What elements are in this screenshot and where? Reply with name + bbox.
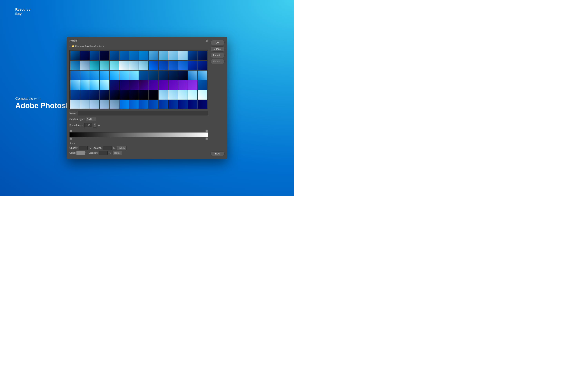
gradient-cell[interactable] <box>139 51 148 60</box>
opacity-delete-btn[interactable]: Delete <box>117 146 126 150</box>
gradient-cell[interactable] <box>139 70 148 80</box>
gradient-cell[interactable] <box>70 70 80 80</box>
color-swatch[interactable] <box>76 151 85 155</box>
gradient-cell[interactable] <box>198 90 207 100</box>
color-stop-left[interactable] <box>70 138 72 140</box>
gradient-cell[interactable] <box>90 100 99 109</box>
gradient-cell[interactable] <box>188 80 197 90</box>
new-button[interactable]: New <box>210 152 224 156</box>
gradient-cell[interactable] <box>168 100 178 109</box>
gradient-cell[interactable] <box>119 80 129 90</box>
gradient-cell[interactable] <box>110 90 119 100</box>
gradient-cell[interactable] <box>119 90 129 100</box>
gradient-cell[interactable] <box>129 100 138 109</box>
gradient-cell[interactable] <box>110 61 119 70</box>
gradient-cell[interactable] <box>198 80 207 90</box>
gradient-cell[interactable] <box>168 51 178 60</box>
gradient-cell[interactable] <box>149 80 158 90</box>
gradient-bar[interactable] <box>70 132 208 137</box>
gradient-cell[interactable] <box>149 70 158 80</box>
gradient-cell[interactable] <box>188 61 197 70</box>
name-input[interactable] <box>78 111 208 116</box>
gradient-cell[interactable] <box>110 80 119 90</box>
smoothness-input[interactable] <box>84 123 92 128</box>
gradient-cell[interactable] <box>188 51 197 60</box>
gradient-cell[interactable] <box>90 80 99 90</box>
gradient-cell[interactable] <box>80 61 90 70</box>
gradient-cell[interactable] <box>158 90 168 100</box>
gradient-cell[interactable] <box>178 100 188 109</box>
gradient-cell[interactable] <box>158 51 168 60</box>
gradient-cell[interactable] <box>168 70 178 80</box>
ok-button[interactable]: OK <box>210 40 224 45</box>
gradient-cell[interactable] <box>119 61 129 70</box>
gradient-cell[interactable] <box>70 100 80 109</box>
gradient-cell[interactable] <box>198 100 207 109</box>
gradient-cell[interactable] <box>198 61 207 70</box>
gradient-cell[interactable] <box>100 61 109 70</box>
gradient-cell[interactable] <box>110 70 119 80</box>
gradient-cell[interactable] <box>90 61 99 70</box>
gradient-cell[interactable] <box>188 90 197 100</box>
gradient-cell[interactable] <box>129 80 138 90</box>
gradient-cell[interactable] <box>129 51 138 60</box>
gradient-cell[interactable] <box>110 51 119 60</box>
color-stop-right[interactable] <box>206 138 208 140</box>
gradient-cell[interactable] <box>188 100 197 109</box>
gradient-cell[interactable] <box>149 90 158 100</box>
gradient-cell[interactable] <box>139 61 148 70</box>
gradient-cell[interactable] <box>119 51 129 60</box>
gradient-cell[interactable] <box>139 100 148 109</box>
gradient-cell[interactable] <box>119 100 129 109</box>
gradient-cell[interactable] <box>178 61 188 70</box>
gradient-cell[interactable] <box>149 61 158 70</box>
smoothness-down-btn[interactable]: ▼ <box>94 125 96 128</box>
gradient-cell[interactable] <box>100 80 109 90</box>
gradient-cell[interactable] <box>149 51 158 60</box>
gradient-cell[interactable] <box>129 61 138 70</box>
smoothness-up-btn[interactable]: ▲ <box>94 123 96 125</box>
color-location-input[interactable] <box>99 151 108 155</box>
gradient-cell[interactable] <box>90 51 99 60</box>
gradient-cell[interactable] <box>80 90 90 100</box>
gradient-cell[interactable] <box>149 100 158 109</box>
gradient-cell[interactable] <box>110 100 119 109</box>
gradient-cell[interactable] <box>198 51 207 60</box>
gradient-cell[interactable] <box>100 70 109 80</box>
gradient-cell[interactable] <box>178 70 188 80</box>
gradient-cell[interactable] <box>168 80 178 90</box>
gradient-cell[interactable] <box>90 90 99 100</box>
gradient-cell[interactable] <box>80 70 90 80</box>
opacity-stop-left[interactable] <box>70 130 72 132</box>
gradient-cell[interactable] <box>158 80 168 90</box>
gradient-cell[interactable] <box>158 61 168 70</box>
gradient-cell[interactable] <box>80 100 90 109</box>
gradient-cell[interactable] <box>129 90 138 100</box>
gradient-cell[interactable] <box>168 61 178 70</box>
color-delete-btn[interactable]: Delete <box>112 151 122 155</box>
gradient-cell[interactable] <box>158 100 168 109</box>
gradient-cell[interactable] <box>158 70 168 80</box>
gradient-cell[interactable] <box>178 51 188 60</box>
gradient-cell[interactable] <box>70 80 80 90</box>
gradient-cell[interactable] <box>129 70 138 80</box>
gradient-cell[interactable] <box>198 70 207 80</box>
folder-row[interactable]: ▾ 📁 Resource Boy Blue Gradients <box>70 45 208 48</box>
gradient-grid-container[interactable] <box>70 50 208 109</box>
gradient-cell[interactable] <box>188 70 197 80</box>
gradient-cell[interactable] <box>100 100 109 109</box>
gradient-cell[interactable] <box>119 70 129 80</box>
gradient-cell[interactable] <box>70 61 80 70</box>
gradient-cell[interactable] <box>70 90 80 100</box>
import-button[interactable]: Import... <box>210 53 224 58</box>
gradient-cell[interactable] <box>80 51 90 60</box>
opacity-input[interactable] <box>79 146 88 150</box>
gradient-cell[interactable] <box>80 80 90 90</box>
gear-icon[interactable]: ⚙ <box>206 40 208 42</box>
gradient-cell[interactable] <box>70 51 80 60</box>
opacity-stop-right[interactable] <box>206 130 208 132</box>
gradient-cell[interactable] <box>168 90 178 100</box>
gradient-cell[interactable] <box>139 80 148 90</box>
gradient-cell[interactable] <box>139 90 148 100</box>
gradient-cell[interactable] <box>100 51 109 60</box>
